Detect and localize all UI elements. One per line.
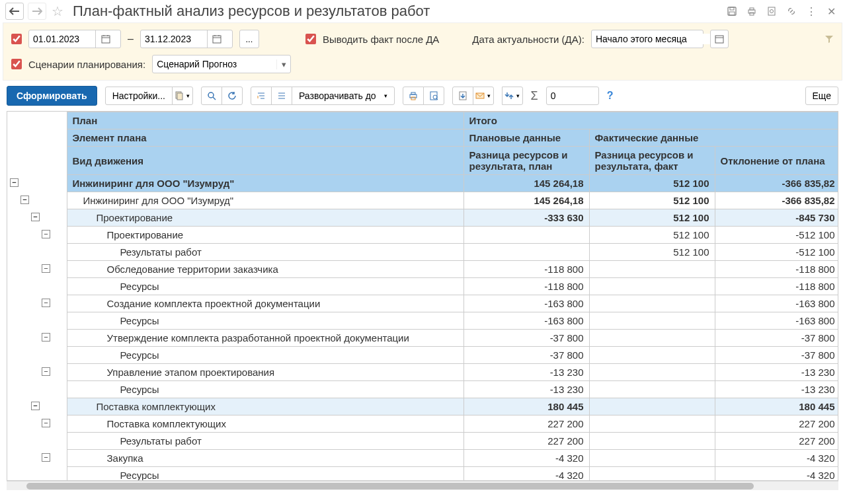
preview-icon[interactable] (763, 3, 780, 20)
tree-toggle[interactable]: − (42, 299, 50, 307)
row-value: -13 230 (715, 381, 838, 398)
row-value (589, 330, 715, 347)
row-value: -163 800 (715, 312, 838, 330)
favorite-icon[interactable]: ☆ (50, 4, 65, 18)
header-deviation: Отклонение от плана (715, 147, 838, 175)
tree-toggle[interactable]: − (42, 453, 50, 462)
print-button[interactable] (403, 87, 424, 105)
header-movement: Вид движения (67, 147, 463, 175)
help-icon[interactable]: ? (607, 90, 614, 102)
date-from-checkbox[interactable] (11, 34, 22, 44)
tree-toggle[interactable]: − (42, 333, 50, 342)
scenario-checkbox[interactable] (11, 59, 22, 69)
row-name: Ресурсы (67, 278, 463, 295)
row-value (589, 398, 715, 415)
row-value: 512 100 (589, 227, 715, 244)
row-value: -163 800 (463, 295, 589, 312)
scenario-label: Сценарии планирования: (28, 59, 145, 70)
row-name: Утверждение комплекта разработанной прое… (67, 330, 463, 347)
generate-button[interactable]: Сформировать (7, 86, 97, 106)
row-value: -13 230 (463, 364, 589, 381)
row-value (589, 381, 715, 398)
row-value: -13 230 (463, 381, 589, 398)
more-button[interactable]: Еще (805, 87, 839, 105)
row-name: Поставка комплектующих (67, 398, 463, 415)
header-diff-fact: Разница ресурсов и результата, факт (589, 147, 715, 175)
tree-toggle[interactable]: − (20, 196, 29, 204)
calendar-icon[interactable] (207, 30, 227, 48)
chevron-down-icon[interactable]: ▾ (276, 59, 290, 69)
fact-after-da-checkbox[interactable] (305, 34, 316, 44)
print-preview-button[interactable] (423, 87, 444, 105)
save-icon[interactable] (723, 3, 741, 20)
collapse-all-button[interactable] (271, 87, 292, 105)
expand-all-button[interactable] (251, 87, 272, 105)
row-name: Ресурсы (67, 347, 463, 364)
filter-icon[interactable] (825, 34, 834, 44)
row-name: Обследование территории заказчика (67, 261, 463, 278)
calendar-icon[interactable] (95, 30, 115, 48)
tree-toggle[interactable]: − (31, 402, 40, 410)
row-value: -118 800 (715, 278, 838, 295)
row-value: -118 800 (463, 261, 589, 278)
horizontal-scrollbar[interactable] (7, 481, 838, 490)
sigma-label: Σ (531, 89, 538, 103)
settings-button[interactable]: Настройки... (105, 87, 173, 105)
tree-toggle[interactable]: − (10, 178, 19, 187)
row-value (589, 312, 715, 330)
row-value: -163 800 (715, 295, 838, 312)
refresh-button[interactable] (221, 87, 243, 105)
save-file-button[interactable] (452, 87, 473, 105)
settings-variants-button[interactable]: ▾ (172, 87, 193, 105)
row-value (589, 278, 715, 295)
tree-toggle[interactable]: − (42, 264, 50, 273)
row-name: Результаты работ (67, 433, 463, 450)
search-button[interactable] (201, 87, 222, 105)
row-value: 227 200 (715, 415, 838, 433)
row-value: -4 320 (715, 467, 838, 482)
svg-line-21 (213, 97, 216, 100)
row-value: -366 835,82 (715, 175, 838, 192)
scenario-select[interactable]: ▾ (152, 55, 291, 73)
kebab-icon[interactable]: ⋮ (803, 3, 820, 20)
row-name: Проектирование (67, 227, 463, 244)
calendar-icon[interactable] (710, 30, 729, 48)
tree-toggle[interactable]: − (31, 213, 40, 221)
da-date-select[interactable]: ▾ (591, 30, 704, 48)
sigma-input[interactable] (546, 87, 599, 105)
tree-toggle[interactable]: − (42, 367, 50, 376)
row-value: 512 100 (589, 209, 715, 227)
link-icon[interactable] (783, 3, 800, 20)
email-button[interactable]: ▾ (473, 87, 494, 105)
row-value (463, 227, 589, 244)
row-value: -118 800 (463, 278, 589, 295)
close-icon[interactable]: ✕ (823, 3, 840, 20)
row-name: Ресурсы (67, 381, 463, 398)
date-from-input[interactable] (28, 30, 121, 48)
date-to-input[interactable] (140, 30, 233, 48)
expand-to-button[interactable]: Разворачивать до ▾ (292, 87, 395, 105)
row-value: -37 800 (463, 347, 589, 364)
svg-rect-4 (750, 8, 754, 10)
row-value (589, 467, 715, 482)
header-fact-data: Фактические данные (589, 129, 838, 147)
header-plan-data: Плановые данные (463, 129, 589, 147)
row-value (589, 347, 715, 364)
row-name: Закупка (67, 450, 463, 467)
row-name: Создание комплекта проектной документаци… (67, 295, 463, 312)
svg-rect-8 (102, 36, 110, 43)
row-value: -163 800 (463, 312, 589, 330)
tree-toggle[interactable]: − (42, 419, 50, 427)
row-name: Поставка комплектующих (67, 415, 463, 433)
period-button[interactable]: ... (239, 30, 259, 48)
print-icon[interactable] (743, 3, 760, 20)
nav-forward-button[interactable] (28, 3, 46, 20)
row-name: Результаты работ (67, 244, 463, 261)
row-value: 180 445 (463, 398, 589, 415)
row-value (589, 295, 715, 312)
svg-rect-6 (768, 7, 775, 15)
date-dash: – (128, 33, 134, 45)
tree-toggle[interactable]: − (42, 230, 50, 238)
nav-back-button[interactable] (5, 3, 24, 20)
compare-button[interactable]: ▾ (502, 87, 523, 105)
